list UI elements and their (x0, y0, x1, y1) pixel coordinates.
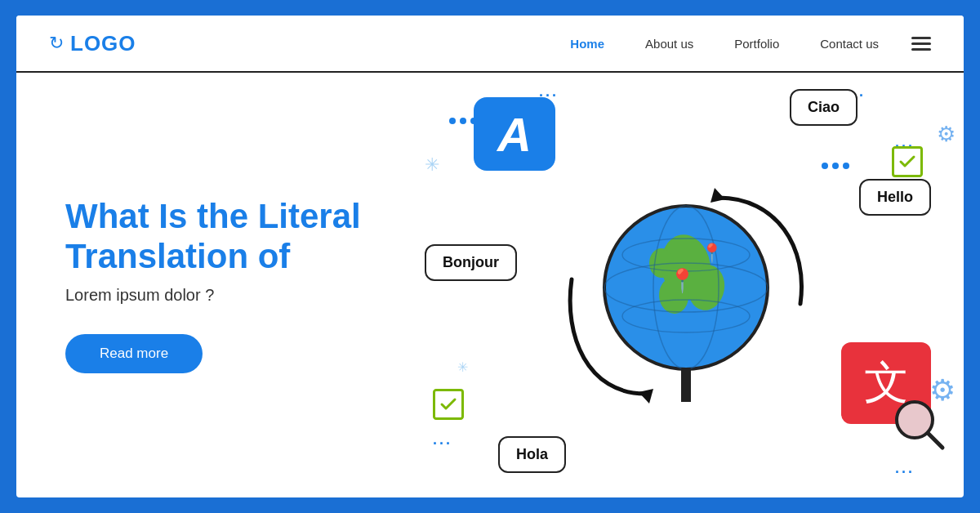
magnifier-icon (890, 395, 947, 453)
svg-line-15 (928, 433, 942, 448)
nav-portfolio[interactable]: Portfolio (734, 37, 779, 51)
dots-bottom-left: ··· (433, 435, 452, 453)
logo-icon: ↻ (49, 33, 64, 54)
bubble-ciao: Ciao (790, 89, 858, 126)
read-more-button[interactable]: Read more (65, 334, 203, 373)
small-dots-top (449, 118, 477, 124)
bubble-hello: Hello (859, 179, 931, 216)
hamburger-menu[interactable] (911, 37, 931, 51)
hero-subtitle: Lorem ipsum dolor ? (65, 286, 376, 305)
small-dots-right (822, 163, 849, 169)
checkbox-top-right (892, 146, 923, 177)
page-container: ↻ LOGO Home About us Portfolio Contact u… (16, 16, 964, 497)
bubble-bonjour: Bonjour (425, 244, 517, 281)
hero-title: What Is the Literal Translation of (65, 197, 376, 276)
header: ↻ LOGO Home About us Portfolio Contact u… (16, 16, 964, 73)
bubble-hola: Hola (498, 436, 566, 473)
globe-svg (580, 190, 792, 402)
asterisk-left: ✳ (425, 154, 439, 176)
main-content: What Is the Literal Translation of Lorem… (16, 73, 964, 497)
asterisk-left-low: ✳ (457, 359, 468, 375)
gear-icon-small: ⚙ (937, 122, 956, 147)
checkbox-bottom-left (433, 389, 464, 420)
hero-section: What Is the Literal Translation of Lorem… (16, 73, 408, 497)
logo-text: LOGO (70, 31, 136, 56)
nav-contact[interactable]: Contact us (820, 37, 879, 51)
globe-container: 📍 📍 (580, 190, 792, 402)
nav-about[interactable]: About us (645, 37, 693, 51)
svg-rect-12 (681, 368, 691, 402)
logo-area: ↻ LOGO (49, 31, 136, 56)
illustration-area: ··· ··· ··· ··· ··· ⚙ ⚙ ✳ ✳ (408, 73, 964, 497)
nav-home[interactable]: Home (570, 37, 604, 51)
pin-red: 📍 (668, 267, 697, 294)
dots-bottom-right: ··· (895, 464, 915, 481)
pin-orange: 📍 (701, 243, 723, 264)
main-nav: Home About us Portfolio Contact us (570, 37, 879, 51)
letter-a-icon: A (474, 97, 555, 171)
